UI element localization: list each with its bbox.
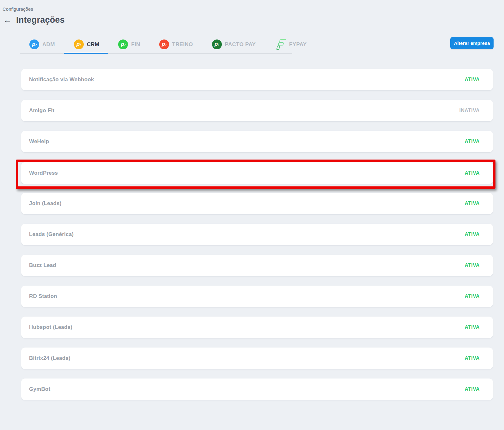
integration-name: Leads (Genérica)	[29, 231, 74, 238]
tab-fypay[interactable]: p› FYPAY	[275, 36, 307, 53]
integration-row-buzz-lead[interactable]: Buzz Lead ATIVA	[21, 255, 493, 276]
page-title: Integrações	[16, 15, 65, 25]
change-company-button[interactable]: Alterar empresa	[450, 37, 494, 49]
integration-row-wordpress[interactable]: WordPress ATIVA	[21, 162, 493, 184]
integration-name: Amigo Fit	[29, 107, 54, 114]
tab-adm[interactable]: p› ADM	[29, 36, 55, 53]
fypay-logo-icon	[275, 39, 286, 51]
integration-name: Bitrix24 (Leads)	[29, 355, 70, 361]
tab-bar: p› ADM p› CRM p› FIN	[20, 36, 292, 54]
integration-row-bitrix24-leads[interactable]: Bitrix24 (Leads) ATIVA	[21, 348, 493, 369]
integration-name: Join (Leads)	[29, 200, 62, 207]
integrations-page: Configurações ← Integrações p› ADM p› CR…	[0, 0, 504, 430]
integration-row-amigo-fit[interactable]: Amigo Fit INATIVA	[21, 100, 493, 121]
tab-label: FIN	[131, 41, 140, 48]
tab-crm[interactable]: p› CRM	[74, 36, 100, 53]
tab-pacto-pay[interactable]: p› PACTO PAY	[212, 36, 256, 53]
integration-name: WeHelp	[29, 138, 49, 145]
pacto-logo-icon: p›	[29, 39, 39, 49]
pacto-logo-icon: p›	[118, 39, 128, 49]
integration-row-wehelp[interactable]: WeHelp ATIVA	[21, 131, 493, 152]
integration-row-hubspot-leads[interactable]: Hubspot (Leads) ATIVA	[21, 317, 493, 338]
pacto-logo-icon: p›	[74, 39, 84, 49]
integration-name: RD Station	[29, 293, 57, 300]
status-badge: ATIVA	[465, 170, 480, 176]
status-badge: ATIVA	[465, 386, 480, 392]
tab-label: PACTO PAY	[225, 41, 256, 48]
integration-list: Notificação via Webhook ATIVA Amigo Fit …	[21, 69, 493, 409]
integration-name: Hubspot (Leads)	[29, 324, 72, 330]
integration-row-rd-station[interactable]: RD Station ATIVA	[21, 286, 493, 307]
integration-name: Buzz Lead	[29, 262, 56, 269]
tab-label: ADM	[42, 41, 55, 48]
status-badge: ATIVA	[465, 201, 480, 206]
integration-row-leads-gen-rica[interactable]: Leads (Genérica) ATIVA	[21, 224, 493, 245]
integration-row-notifica-o-via-webhook[interactable]: Notificação via Webhook ATIVA	[21, 69, 493, 90]
integration-row-gymbot[interactable]: GymBot ATIVA	[21, 379, 493, 400]
integration-name: Notificação via Webhook	[29, 76, 94, 83]
status-badge: ATIVA	[465, 232, 480, 237]
tab-label: TREINO	[172, 41, 193, 48]
status-badge: ATIVA	[465, 139, 480, 144]
status-badge: INATIVA	[459, 108, 480, 113]
integration-row-join-leads[interactable]: Join (Leads) ATIVA	[21, 193, 493, 214]
integration-name: GymBot	[29, 386, 50, 392]
tab-treino[interactable]: p› TREINO	[159, 36, 193, 53]
highlight-annotation-box: WordPress ATIVA	[16, 160, 495, 189]
status-badge: ATIVA	[465, 77, 480, 82]
status-badge: ATIVA	[465, 355, 480, 361]
pacto-logo-icon: p›	[212, 39, 222, 49]
pacto-logo-icon: p›	[159, 39, 169, 49]
tab-label: CRM	[87, 41, 100, 48]
tab-label: FYPAY	[289, 41, 307, 48]
status-badge: ATIVA	[465, 324, 480, 330]
integration-name: WordPress	[29, 170, 58, 176]
page-header: ← Integrações	[3, 15, 65, 25]
tab-fin[interactable]: p› FIN	[118, 36, 140, 53]
status-badge: ATIVA	[465, 263, 480, 268]
status-badge: ATIVA	[465, 294, 480, 299]
breadcrumb[interactable]: Configurações	[3, 6, 33, 12]
back-arrow-icon[interactable]: ←	[3, 16, 12, 24]
